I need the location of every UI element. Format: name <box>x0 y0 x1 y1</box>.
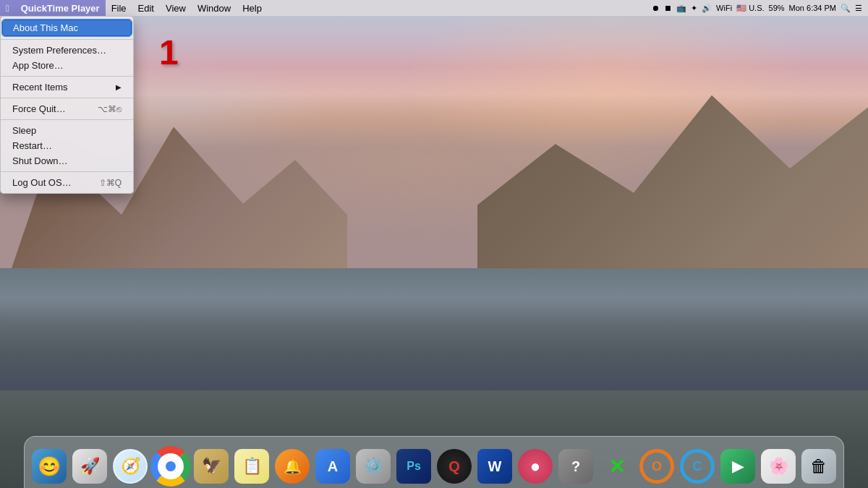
apple-menu-button[interactable]:  <box>0 0 15 16</box>
notes-icon: 📋 <box>242 457 262 476</box>
menubar:  QuickTime Player File Edit View Window… <box>0 0 868 16</box>
bluetooth-icon: ✦ <box>691 4 697 13</box>
airplay-icon: 📺 <box>676 4 686 13</box>
menubar-right: ⏺ ⏹ 📺 ✦ 🔊 WiFi 🇺🇸 U.S. 59% Mon 6:34 PM 🔍… <box>652 0 868 16</box>
edit-menu[interactable]: Edit <box>132 0 160 16</box>
separator-3 <box>1 98 133 98</box>
log-out-item[interactable]: Log Out OS… ⇧⌘Q <box>1 175 133 190</box>
dock-trash[interactable]: 🗑 <box>800 448 838 485</box>
dock-quicktime[interactable]: Q <box>435 448 473 485</box>
launchpad-icon: 🚀 <box>80 457 100 476</box>
dock-launchpad[interactable]: 🚀 <box>71 448 109 485</box>
dock-x[interactable]: ✕ <box>597 448 635 485</box>
dock-photoshop[interactable]: Ps <box>395 448 433 485</box>
dock-notes[interactable]: 📋 <box>233 448 271 485</box>
record-icon: ⏺ <box>652 4 660 12</box>
appstore-icon: A <box>328 458 338 475</box>
dock-help[interactable]: ? <box>557 448 595 485</box>
dock-finder[interactable]: 😊 <box>30 448 68 485</box>
photoshop-icon: Ps <box>407 460 421 473</box>
safari-icon: 🧭 <box>121 457 140 476</box>
dock-word[interactable]: W <box>476 448 514 485</box>
window-menu[interactable]: Window <box>192 0 237 16</box>
finder-icon: 😊 <box>38 455 61 478</box>
dock-vlc[interactable]: 🔔 <box>273 448 311 485</box>
about-this-mac-item[interactable]: About This Mac <box>2 20 132 36</box>
search-icon[interactable]: 🔍 <box>841 4 851 13</box>
screen-record-icon: ⏹ <box>664 4 672 12</box>
chrome-icon <box>153 449 188 484</box>
dock-o[interactable]: O <box>638 448 676 485</box>
vlc-icon: 🔔 <box>284 458 302 475</box>
c-icon: C <box>693 459 702 474</box>
restart-item[interactable]: Restart… <box>1 138 133 153</box>
time-display: Mon 6:34 PM <box>789 4 836 12</box>
system-prefs-icon: ⚙️ <box>364 457 383 476</box>
shut-down-item[interactable]: Shut Down… <box>1 153 133 168</box>
word-icon: W <box>488 458 502 475</box>
flag-icon: 🇺🇸 U.S. <box>736 4 764 13</box>
view-menu[interactable]: View <box>160 0 192 16</box>
separator-2 <box>1 76 133 77</box>
apple-dropdown-menu: About This Mac System Preferences… App S… <box>0 16 134 194</box>
dock: 😊 🚀 🧭 🦅 📋 🔔 <box>24 436 844 488</box>
o-icon: O <box>652 459 662 474</box>
desktop: 1  QuickTime Player File Edit View Wind… <box>0 0 868 488</box>
x-icon: ✕ <box>608 455 625 479</box>
dock-safari[interactable]: 🧭 <box>111 448 149 485</box>
dock-c[interactable]: C <box>678 448 716 485</box>
menubar-left:  QuickTime Player File Edit View Window… <box>0 0 268 16</box>
separator-4 <box>1 119 133 120</box>
app-store-item[interactable]: App Store… <box>1 58 133 73</box>
help-menu[interactable]: Help <box>237 0 268 16</box>
dock-appstore[interactable]: A <box>314 448 352 485</box>
dock-player[interactable]: ▶ <box>719 448 757 485</box>
file-menu[interactable]: File <box>106 0 132 16</box>
dock-chrome[interactable] <box>152 448 190 485</box>
system-preferences-item[interactable]: System Preferences… <box>1 43 133 58</box>
force-quit-item[interactable]: Force Quit… ⌥⌘⎋ <box>1 101 133 116</box>
trash-icon: 🗑 <box>810 456 827 476</box>
app-name-menu[interactable]: QuickTime Player <box>15 0 106 16</box>
quicktime-icon: Q <box>448 458 460 475</box>
step-annotation: 1 <box>159 33 179 72</box>
dock-photos-app[interactable]: 🌸 <box>760 448 797 485</box>
sleep-item[interactable]: Sleep <box>1 123 133 138</box>
recent-items-item[interactable]: Recent Items ▶ <box>1 80 133 95</box>
apple-icon:  <box>6 3 9 14</box>
wifi-icon: WiFi <box>716 4 732 12</box>
bird-icon: 🦅 <box>202 457 221 476</box>
separator-5 <box>1 171 133 172</box>
dock-photos-bird[interactable]: 🦅 <box>192 448 230 485</box>
volume-icon: 🔊 <box>702 4 712 13</box>
touch-icon: ● <box>530 456 541 476</box>
photos-app-icon: 🌸 <box>769 457 788 476</box>
battery-status: 59% <box>769 4 785 12</box>
help-icon: ? <box>571 458 580 475</box>
notification-icon[interactable]: ☰ <box>855 4 862 13</box>
recent-items-arrow: ▶ <box>116 83 122 91</box>
player-icon: ▶ <box>732 457 744 476</box>
dock-system-prefs[interactable]: ⚙️ <box>354 448 392 485</box>
dock-touch[interactable]: ● <box>516 448 554 485</box>
separator-1 <box>1 39 133 40</box>
